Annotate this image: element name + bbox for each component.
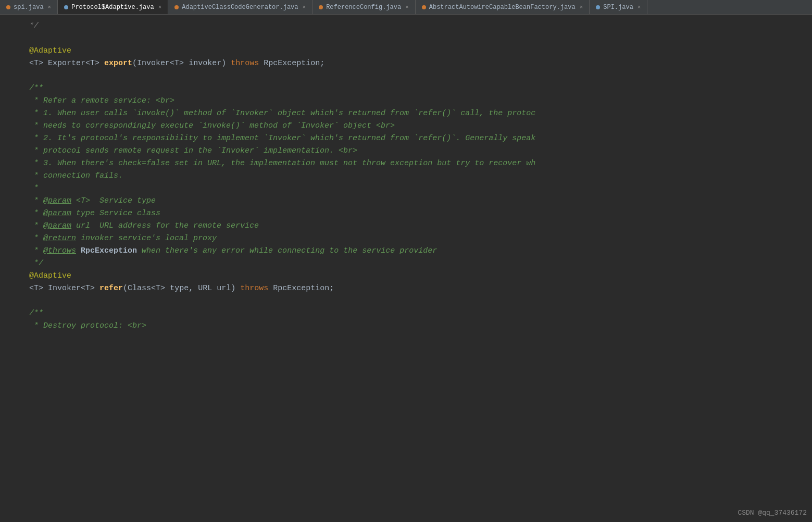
tab-dot: [319, 5, 323, 9]
code-line: * Destroy protocol: <br>: [10, 320, 802, 332]
tab-reference-config[interactable]: ReferenceConfig.java ×: [313, 0, 416, 14]
tab-close[interactable]: ×: [638, 4, 641, 10]
tab-close[interactable]: ×: [303, 4, 306, 10]
tab-adaptive-class[interactable]: AdaptiveClassCodeGenerator.java ×: [168, 0, 313, 14]
code-line: /**: [10, 82, 802, 95]
tab-dot: [422, 5, 426, 9]
code-line: * @return invoker service's local proxy: [10, 232, 802, 245]
tab-label: SPI.java: [603, 4, 633, 11]
tab-spi2[interactable]: SPI.java ×: [590, 0, 647, 14]
code-line: * @param type Service class: [10, 207, 802, 220]
code-line: * @param <T> Service type: [10, 195, 802, 207]
tab-close[interactable]: ×: [580, 4, 583, 10]
code-line: /**: [10, 307, 802, 320]
code-line: * Refer a remote service: <br>: [10, 95, 802, 107]
tab-close[interactable]: ×: [405, 4, 409, 10]
tab-dot: [64, 5, 68, 9]
code-line-empty: [10, 295, 802, 307]
code-line: @Adaptive: [10, 45, 802, 57]
code-area: */ @Adaptive <T> Exporter<T> export(Invo…: [0, 15, 812, 522]
code-line: * protocol sends remote request in the `…: [10, 145, 802, 157]
tab-label: spi.java: [14, 4, 44, 11]
tab-spi[interactable]: spi.java ×: [0, 0, 58, 14]
code-line-empty: [10, 70, 802, 82]
code-line: * @param url URL address for the remote …: [10, 220, 802, 232]
code-line: */: [10, 20, 802, 32]
tab-bar: spi.java × Protocol$Adaptive.java × Adap…: [0, 0, 812, 15]
code-line: <T> Invoker<T> refer(Class<T> type, URL …: [10, 282, 802, 295]
tab-protocol-adaptive[interactable]: Protocol$Adaptive.java ×: [58, 0, 168, 14]
code-line: * 2. It's protocol's responsibility to i…: [10, 132, 802, 145]
tab-dot: [6, 5, 10, 9]
code-line: * 1. When user calls `invoke()` method o…: [10, 107, 802, 120]
code-line: * connection fails.: [10, 170, 802, 182]
tab-close[interactable]: ×: [158, 4, 162, 10]
code-line: @Adaptive: [10, 270, 802, 282]
tab-label: Protocol$Adaptive.java: [71, 4, 154, 11]
tab-dot: [174, 5, 179, 9]
code-line: * needs to correspondingly execute `invo…: [10, 120, 802, 132]
code-line: *: [10, 182, 802, 195]
tab-label: AbstractAutowireCapableBeanFactory.java: [429, 4, 576, 11]
code-line: * @throws RpcException when there's any …: [10, 245, 802, 257]
tab-close[interactable]: ×: [48, 4, 52, 10]
watermark: CSDN @qq_37436172: [738, 509, 807, 517]
code-line-empty: [10, 32, 802, 45]
tab-label: ReferenceConfig.java: [326, 4, 401, 11]
code-line: <T> Exporter<T> export(Invoker<T> invoke…: [10, 57, 802, 70]
tab-abstract-autowire[interactable]: AbstractAutowireCapableBeanFactory.java …: [416, 0, 590, 14]
code-line: */: [10, 257, 802, 270]
code-line: * 3. When there's check=false set in URL…: [10, 157, 802, 170]
tab-label: AdaptiveClassCodeGenerator.java: [182, 4, 298, 11]
tab-dot: [596, 5, 600, 9]
